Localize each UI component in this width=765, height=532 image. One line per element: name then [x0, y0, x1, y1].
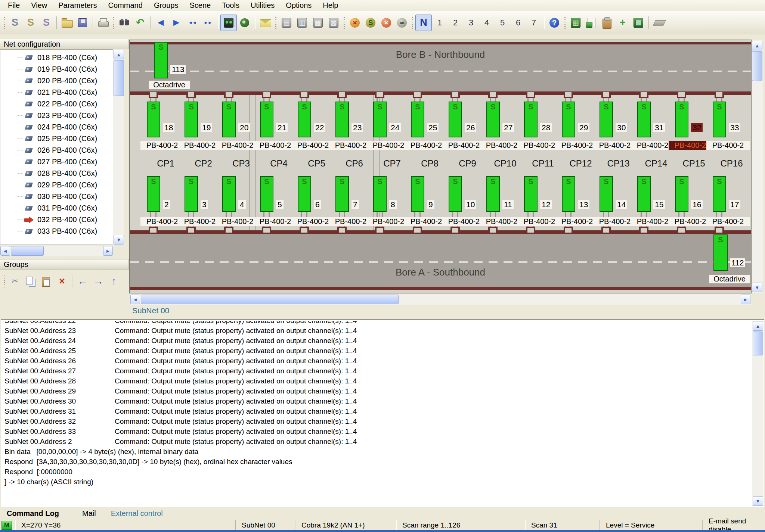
amplifier-device[interactable]: S [449, 176, 462, 212]
amplifier-device[interactable]: S [486, 176, 500, 212]
move-icon[interactable]: + [615, 15, 631, 31]
bottom-tab[interactable]: Mail [78, 509, 100, 518]
scrollbar-thumb[interactable] [114, 60, 124, 96]
subnet-tab[interactable]: SubNet 00 [132, 306, 169, 315]
view-3-button[interactable]: 3 [463, 15, 479, 31]
menu-item[interactable]: Scene [184, 0, 216, 10]
session-store-icon[interactable]: S [23, 15, 38, 31]
amplifier-device[interactable]: S [524, 102, 538, 137]
scroll-up-icon[interactable]: ▲ [752, 41, 762, 50]
menu-item[interactable]: Command [103, 0, 148, 10]
save-icon[interactable] [75, 15, 90, 31]
scroll-down-icon[interactable]: ▼ [114, 235, 124, 245]
tree-item-device[interactable]: 028 PB-400 (C6x) [0, 168, 113, 179]
tree-item-device[interactable]: 032 PB-400 (C6x) [0, 214, 113, 225]
amplifier-device[interactable]: S [524, 176, 538, 212]
amplifier-device[interactable]: S [449, 102, 462, 137]
tree-item-device[interactable]: 033 PB-400 (C6x) [0, 225, 113, 237]
tree-item-device[interactable]: 019 PB-400 (C6x) [0, 63, 113, 75]
amplifier-device[interactable]: S [185, 176, 198, 212]
scroll-left-icon[interactable]: ◄ [0, 246, 10, 256]
amplifier-device[interactable]: S [411, 102, 424, 137]
amplifier-device[interactable]: S [298, 176, 311, 212]
scroll-right-icon[interactable]: ► [103, 246, 113, 256]
help-icon[interactable]: ? [546, 15, 562, 31]
amplifier-device[interactable]: S [562, 102, 575, 137]
view-n-button[interactable]: N [415, 15, 432, 31]
scrollbar-thumb[interactable] [141, 295, 399, 304]
tree-item-device[interactable]: 031 PB-400 (C6x) [0, 202, 113, 214]
menu-item[interactable]: Options [280, 0, 317, 10]
report-icon[interactable] [583, 15, 599, 31]
undo-icon[interactable]: ↶ [132, 15, 148, 31]
move-up-icon[interactable]: ↑ [106, 273, 122, 289]
bottom-tab[interactable]: Command Log [3, 509, 63, 518]
amplifier-device[interactable]: S [411, 176, 424, 212]
device-panel-1-icon[interactable]: ▤ [279, 15, 294, 31]
tree-horizontal-scrollbar[interactable]: ◄ ► [0, 246, 113, 256]
overview-icon[interactable]: ▦ [568, 15, 583, 31]
amplifier-device[interactable]: S [222, 102, 236, 137]
print-icon[interactable] [95, 15, 111, 31]
amplifier-device[interactable]: S [222, 176, 236, 212]
menu-item[interactable]: Help [317, 0, 344, 10]
scroll-up-icon[interactable]: ▲ [114, 50, 124, 59]
log-vertical-scrollbar[interactable]: ▲ ▼ [752, 321, 764, 506]
octadrive-device[interactable]: S [154, 42, 168, 78]
amplifier-device[interactable]: S [260, 176, 273, 212]
view-6-button[interactable]: 6 [510, 15, 526, 31]
canvas-vertical-scrollbar[interactable]: ▲ ▼ [752, 40, 763, 293]
amplifier-device[interactable]: S [637, 102, 651, 137]
nav-last-icon[interactable]: ► [168, 15, 184, 31]
tree-item-device[interactable]: 025 PB-400 (C6x) [0, 133, 113, 144]
copy-icon[interactable] [23, 273, 38, 289]
menu-item[interactable]: Utilities [245, 0, 280, 10]
scroll-right-icon[interactable]: ► [741, 295, 750, 304]
cut-icon[interactable]: ✂ [7, 273, 23, 289]
connect-icon[interactable]: S [363, 15, 378, 31]
amplifier-device[interactable]: S [373, 102, 387, 137]
device-panel-3-icon[interactable]: ▦ [310, 15, 326, 31]
amplifier-device[interactable]: S [713, 102, 726, 137]
tree-item-device[interactable]: 023 PB-400 (C6x) [0, 110, 113, 121]
amplifier-device[interactable]: S [637, 176, 651, 212]
tree-item-device[interactable]: 022 PB-400 (C6x) [0, 98, 113, 110]
unlink-icon[interactable]: × [378, 15, 394, 31]
canvas-horizontal-scrollbar[interactable]: ◄ ► [130, 294, 751, 305]
amplifier-device[interactable]: S [600, 176, 613, 212]
tree-item-device[interactable]: 020 PB-400 (C6x) [0, 75, 113, 87]
menu-item[interactable]: Tools [216, 0, 245, 10]
scroll-down-icon[interactable]: ▼ [753, 496, 763, 506]
amplifier-device[interactable]: S [713, 176, 726, 212]
menu-item[interactable]: File [2, 0, 25, 10]
menu-item[interactable]: Groups [148, 0, 184, 10]
supervise-icon[interactable] [237, 15, 253, 31]
nav-prev-icon[interactable]: ◄◄ [184, 15, 200, 31]
session-new-icon[interactable]: S [38, 15, 54, 31]
move-right-icon[interactable]: → [90, 273, 106, 289]
amplifier-device[interactable]: S [675, 176, 688, 212]
view-1-button[interactable]: 1 [432, 15, 447, 31]
device-panel-4-icon[interactable]: ▩ [326, 15, 341, 31]
tree-item-device[interactable]: 021 PB-400 (C6x) [0, 87, 113, 98]
move-left-icon[interactable]: ← [75, 273, 90, 289]
amplifier-device[interactable]: S [147, 102, 160, 137]
amplifier-device[interactable]: S [335, 102, 349, 137]
scrollbar-thumb[interactable] [753, 332, 763, 355]
view-5-button[interactable]: 5 [495, 15, 510, 31]
clipboard-icon[interactable] [599, 15, 615, 31]
tree-item-device[interactable]: 024 PB-400 (C6x) [0, 121, 113, 133]
amplifier-device[interactable]: S [675, 102, 688, 137]
open-folder-icon[interactable] [59, 15, 75, 31]
amplifier-device[interactable]: S [373, 176, 387, 212]
scrollbar-thumb[interactable] [752, 51, 762, 81]
menu-item[interactable]: Parameters [53, 0, 102, 10]
tree-vertical-scrollbar[interactable]: ▲ ▼ [113, 49, 124, 245]
amplifier-device[interactable]: S [335, 176, 349, 212]
amplifier-device[interactable]: S [185, 102, 198, 137]
view-7-button[interactable]: 7 [526, 15, 542, 31]
view-4-button[interactable]: 4 [479, 15, 495, 31]
tree-item-device[interactable]: 026 PB-400 (C6x) [0, 144, 113, 156]
octadrive-device[interactable]: S [713, 234, 728, 271]
paste-icon[interactable] [38, 273, 54, 289]
